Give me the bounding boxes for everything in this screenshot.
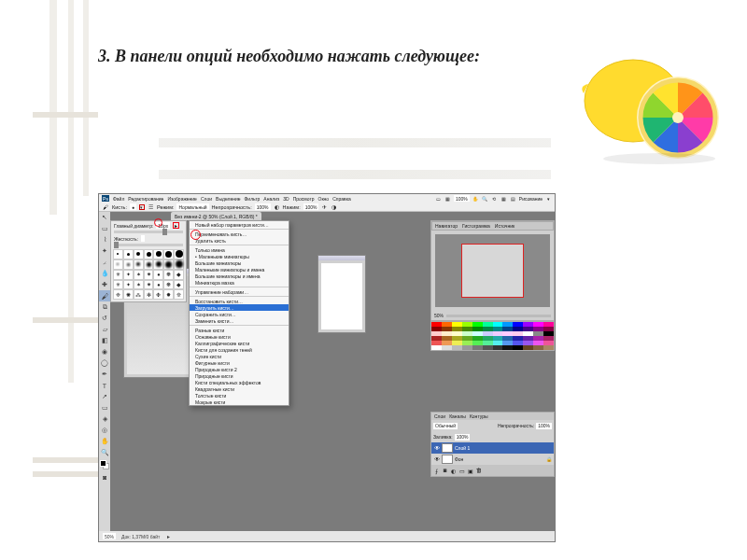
menu-file[interactable]: Файл — [113, 196, 124, 202]
brush-picker-panel[interactable]: Главный диаметр: 18 px ▸ Жесткость: — [110, 220, 187, 302]
mode-value[interactable]: Нормальный — [176, 203, 208, 210]
menu-text-only[interactable]: Только имена — [190, 246, 289, 253]
nav-zoom-slider[interactable] — [446, 315, 551, 317]
flyout-icon[interactable]: ▸ — [173, 222, 179, 229]
layer-row-bg[interactable]: 👁 Фон 🔒 — [431, 454, 554, 465]
type-tool-icon[interactable]: T — [99, 380, 110, 391]
diameter-slider[interactable] — [114, 231, 183, 233]
menu-select[interactable]: Выделение — [216, 196, 241, 202]
tab-histogram[interactable]: Гистограмма — [462, 223, 490, 229]
menu-basic[interactable]: Основные кисти — [190, 333, 289, 340]
screen-icon[interactable]: ▦ — [444, 195, 451, 202]
menu-reset[interactable]: Восстановить кисти… — [190, 298, 289, 304]
nav-zoom-value[interactable]: 50% — [434, 313, 444, 318]
arrange-icon[interactable]: ▦ — [500, 195, 507, 202]
move-tool-icon[interactable]: ↖ — [99, 212, 110, 223]
zoom-icon[interactable]: 🔍 — [482, 195, 488, 202]
document-tabs[interactable]: Без имени-2 @ 50% (Слой 1, RGB/8) * — [110, 212, 555, 220]
stamp-tool-icon[interactable]: ⧉ — [99, 301, 110, 313]
eyedropper-tool-icon[interactable]: 💧 — [99, 268, 110, 279]
menu-rename[interactable]: Переименовать кисть… — [190, 231, 289, 237]
dodge-tool-icon[interactable]: ◯ — [99, 357, 110, 369]
hardness-value[interactable] — [141, 235, 145, 242]
menu-large-list[interactable]: Большие миниатюры и имена — [190, 273, 289, 279]
workspace-label[interactable]: Рисование — [519, 196, 543, 202]
hand-tool-icon[interactable]: ✋ — [99, 436, 110, 447]
menu-window[interactable]: Окно — [318, 196, 330, 202]
menu-assorted[interactable]: Разные кисти — [190, 327, 289, 333]
menu-square[interactable]: Квадратные кисти — [190, 385, 289, 392]
status-zoom[interactable]: 50% — [103, 533, 116, 539]
brush-flyout-menu[interactable]: Новый набор параметров кисти… Переименов… — [189, 220, 289, 406]
shape-tool-icon[interactable]: ▭ — [99, 402, 110, 413]
menubar[interactable]: Ps Файл Редактирование Изображение Слои … — [99, 194, 555, 203]
brush-tool-icon[interactable]: 🖌 — [99, 290, 110, 301]
pressure-size-icon[interactable]: ◑ — [331, 203, 337, 210]
visibility-icon[interactable]: 👁 — [433, 456, 440, 462]
layer-opacity-value[interactable]: 100% — [536, 423, 552, 429]
menu-dropshad[interactable]: Кисти для создания теней — [190, 346, 289, 353]
brush-picker[interactable]: ● — [130, 203, 136, 210]
mask-icon[interactable]: ◙ — [442, 468, 448, 474]
zoom-field[interactable]: 100% — [454, 195, 470, 202]
adjust-icon[interactable]: ◐ — [450, 468, 457, 474]
tab-layers[interactable]: Слои — [434, 413, 445, 419]
visibility-icon[interactable]: 👁 — [433, 445, 440, 451]
3d-tool-icon[interactable]: ◈ — [99, 413, 110, 425]
menu-delete[interactable]: Удалить кисть — [190, 237, 289, 244]
menu-small-thumb[interactable]: Маленькие миниатюры — [190, 253, 289, 259]
menu-preset-manager[interactable]: Управление наборами… — [190, 288, 289, 295]
menu-new-preset[interactable]: Новый набор параметров кисти… — [190, 221, 289, 228]
menu-specialfx[interactable]: Кисти специальных эффектов — [190, 379, 289, 385]
menu-filter[interactable]: Фильтр — [245, 196, 261, 202]
menu-thick[interactable]: Толстые кисти — [190, 392, 289, 399]
menu-save[interactable]: Сохранить кисти… — [190, 311, 289, 317]
menu-faux[interactable]: Фигурные кисти — [190, 359, 289, 366]
menu-replace[interactable]: Заменить кисти… — [190, 317, 289, 324]
navigator-panel[interactable]: Навигатор Гистограмма Источник 50% — [430, 220, 555, 321]
quickmask-icon[interactable]: ◙ — [99, 471, 110, 483]
marquee-tool-icon[interactable]: ▭ — [99, 223, 110, 234]
brush-dropdown-icon[interactable]: ▾ — [139, 204, 145, 210]
layers-panel[interactable]: Слои Каналы Контуры Обычный Непрозрачнос… — [430, 412, 555, 477]
menu-3d[interactable]: 3D — [283, 196, 289, 202]
blend-mode[interactable]: Обычный — [433, 423, 458, 429]
swatches-panel[interactable] — [430, 321, 555, 351]
menu-large-thumb[interactable]: Большие миниатюры — [190, 259, 289, 266]
lasso-tool-icon[interactable]: ⌇ — [99, 234, 110, 245]
menu-dry[interactable]: Сухие кисти — [190, 353, 289, 359]
menu-analysis[interactable]: Анализ — [263, 196, 279, 202]
options-bar[interactable]: 🖌 Кисть: ● ▾ ☰ Режим: Нормальный Непрозр… — [99, 203, 555, 212]
fill-value[interactable]: 100% — [455, 434, 471, 441]
menu-image[interactable]: Изображение — [167, 196, 197, 202]
navigator-view[interactable] — [435, 234, 550, 307]
toolbox[interactable]: ↖ ▭ ⌇ ✦ ⌿ 💧 ✚ 🖌 ⧉ ↺ ▱ ◧ ◉ ◯ ✒ T ↗ ▭ ◈ ◎ … — [99, 212, 110, 531]
menu-wet[interactable]: Мокрые кисти — [190, 399, 289, 405]
heal-tool-icon[interactable]: ✚ — [99, 279, 110, 290]
hand-icon[interactable]: ✋ — [472, 195, 479, 202]
menu-load[interactable]: Загрузить кисти… — [190, 304, 289, 311]
rotate-icon[interactable]: ⟲ — [491, 195, 498, 202]
zoom-tool-icon[interactable]: 🔍 — [99, 447, 110, 458]
trash-icon[interactable]: 🗑 — [475, 468, 482, 474]
tab-source[interactable]: Источник — [495, 223, 514, 229]
document-window-1[interactable] — [317, 255, 366, 333]
document-tab[interactable]: Без имени-2 @ 50% (Слой 1, RGB/8) * — [171, 212, 261, 220]
menu-help[interactable]: Справка — [332, 196, 351, 202]
grid-icon[interactable]: ▤ — [510, 195, 516, 202]
menu-edit[interactable]: Редактирование — [128, 196, 163, 202]
hardness-slider[interactable] — [114, 244, 183, 246]
opacity-value[interactable]: 100% — [255, 203, 271, 210]
blur-tool-icon[interactable]: ◉ — [99, 346, 110, 357]
fx-icon[interactable]: ⨍ — [433, 468, 440, 474]
tab-channels[interactable]: Каналы — [449, 413, 466, 419]
new-layer-icon[interactable]: ▣ — [467, 468, 473, 474]
layout-icon[interactable]: ▭ — [435, 195, 442, 202]
pen-tool-icon[interactable]: ✒ — [99, 369, 110, 380]
status-arrow-icon[interactable]: ▸ — [165, 533, 172, 539]
path-tool-icon[interactable]: ↗ — [99, 391, 110, 402]
menu-calligraphic[interactable]: Каллиграфические кисти — [190, 340, 289, 346]
crop-tool-icon[interactable]: ⌿ — [99, 257, 110, 268]
airbrush-icon[interactable]: ✈ — [321, 203, 328, 210]
brush-panel-icon[interactable]: ☰ — [148, 203, 154, 210]
